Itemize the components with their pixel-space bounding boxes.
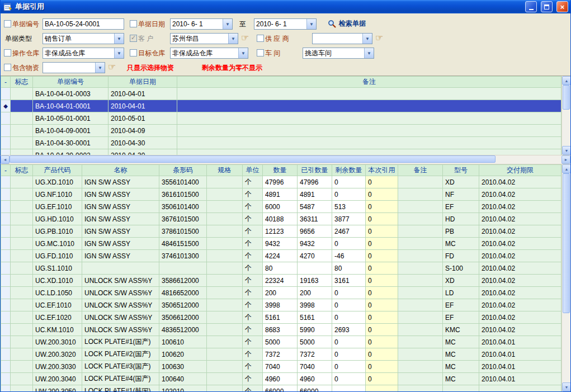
cell[interactable]	[11, 324, 33, 336]
item-table-row[interactable]: UG.HD.1010IGN S/W ASSY3676101500个4018836…	[1, 213, 561, 225]
cell[interactable]	[11, 287, 33, 299]
cell[interactable]	[1, 112, 11, 125]
doc-table-row[interactable]: BA-10-04-30-00012010-04-30	[1, 137, 561, 149]
item-table-row[interactable]: UG.MC.1010IGN S/W ASSY4846151500个9432943…	[1, 238, 561, 250]
cell[interactable]: 2010.04.02	[479, 311, 561, 324]
cell[interactable]: UG.NF.1010	[33, 188, 82, 201]
cell[interactable]: 0	[366, 275, 398, 287]
cell[interactable]: 0	[332, 373, 366, 385]
cell[interactable]: 2010.04.02	[479, 262, 561, 275]
cell[interactable]	[1, 299, 11, 311]
cell[interactable]	[207, 275, 243, 287]
cell[interactable]	[11, 299, 33, 311]
cell[interactable]: IGN S/W ASSY	[82, 188, 159, 201]
cell[interactable]: 513	[332, 201, 366, 213]
cell[interactable]: FD	[443, 250, 479, 262]
supplier-select[interactable]: ▼	[312, 33, 372, 44]
cell[interactable]: 0	[332, 287, 366, 299]
column-header[interactable]: -	[1, 77, 11, 88]
column-header[interactable]: 剩余数量	[332, 165, 366, 176]
cell[interactable]: -46	[332, 250, 366, 262]
search-docs-button[interactable]: 检索单据	[328, 19, 366, 29]
scroll-up-icon[interactable]: ▲	[562, 164, 570, 173]
cell[interactable]: 2010-04-09	[108, 125, 177, 137]
date-from-select[interactable]: 2010- 6- 1 ▼	[170, 18, 233, 30]
scroll-up-icon[interactable]: ▲	[562, 76, 570, 85]
cell[interactable]: 2693	[332, 324, 366, 336]
cell[interactable]: 3786101500	[159, 225, 207, 238]
cell[interactable]: PB	[443, 225, 479, 238]
column-header[interactable]: 产品代码	[33, 165, 82, 176]
cell[interactable]: 0	[366, 262, 398, 275]
cell[interactable]: 2010.04.02	[479, 176, 561, 188]
column-header[interactable]: 本次引用	[366, 165, 398, 176]
cell[interactable]	[1, 149, 11, 155]
cell[interactable]: 200	[298, 287, 332, 299]
cell[interactable]	[11, 188, 33, 201]
cell[interactable]	[1, 188, 11, 201]
cell[interactable]: XD	[443, 176, 479, 188]
cell[interactable]	[398, 361, 443, 373]
cell[interactable]	[207, 311, 243, 324]
scrollbar-thumb[interactable]	[563, 173, 570, 313]
scrollbar-thumb[interactable]	[563, 85, 570, 110]
cell[interactable]: UG.MC.1010	[33, 238, 82, 250]
cell[interactable]: 3877	[332, 213, 366, 225]
cell[interactable]: 2010-04-01	[108, 88, 177, 100]
cell[interactable]	[207, 225, 243, 238]
cell[interactable]: 0	[332, 299, 366, 311]
cell[interactable]	[1, 125, 11, 137]
cell[interactable]	[11, 176, 33, 188]
cell[interactable]	[398, 238, 443, 250]
cell[interactable]: 100610	[159, 336, 207, 348]
cell[interactable]: 2010.04.02	[479, 250, 561, 262]
cell[interactable]: 9432	[263, 238, 298, 250]
cell[interactable]: LD	[443, 287, 479, 299]
cell[interactable]: IGN S/W ASSY	[82, 238, 159, 250]
cell[interactable]: 200	[263, 287, 298, 299]
op-warehouse-checkbox[interactable]	[4, 49, 11, 56]
cell[interactable]: 40188	[263, 213, 298, 225]
cell[interactable]	[1, 137, 11, 149]
cell[interactable]	[177, 137, 561, 149]
cell[interactable]: 22324	[263, 275, 298, 287]
scrollbar-thumb[interactable]	[10, 155, 496, 163]
cell[interactable]: 0	[332, 188, 366, 201]
column-header[interactable]: 条形码	[159, 165, 207, 176]
cell[interactable]: EF	[443, 201, 479, 213]
doc-no-input[interactable]	[43, 18, 124, 30]
cell[interactable]	[207, 336, 243, 348]
chevron-down-icon[interactable]: ▼	[228, 34, 238, 44]
scrollbar-track[interactable]	[10, 155, 561, 164]
cell[interactable]: NF	[443, 188, 479, 201]
cell[interactable]: UW.200.3050	[33, 385, 82, 392]
cell[interactable]	[11, 201, 33, 213]
cell[interactable]: UC.LD.1050	[33, 287, 82, 299]
cell[interactable]: 2010.04.02	[479, 225, 561, 238]
minimize-button[interactable]	[525, 1, 537, 12]
target-warehouse-select[interactable]: 非保成品仓库 ▼	[170, 48, 248, 59]
cell[interactable]: 7040	[298, 361, 332, 373]
cell[interactable]	[177, 112, 561, 125]
cell[interactable]: 4816652000	[159, 287, 207, 299]
cell[interactable]	[298, 262, 332, 275]
cell[interactable]	[207, 213, 243, 225]
cell[interactable]: 2010.04.02	[479, 188, 561, 201]
cell[interactable]	[207, 250, 243, 262]
cell[interactable]	[207, 287, 243, 299]
column-header[interactable]: 型号	[443, 165, 479, 176]
cell[interactable]: UG.XD.1010	[33, 176, 82, 188]
cell[interactable]	[11, 262, 33, 275]
cell[interactable]	[398, 385, 443, 392]
material-checkbox[interactable]	[4, 64, 11, 71]
cell[interactable]: 102010	[159, 385, 207, 392]
cell[interactable]: 0	[366, 373, 398, 385]
cell[interactable]: 66000	[263, 385, 298, 392]
supplier-browse-icon[interactable]	[375, 34, 389, 43]
cell[interactable]: 个	[243, 348, 263, 361]
cell[interactable]: UG.HD.1010	[33, 213, 82, 225]
cell[interactable]: 2467	[332, 225, 366, 238]
cell[interactable]: UNLOCK S/W ASS%Y	[82, 324, 159, 336]
cell[interactable]	[207, 373, 243, 385]
cell[interactable]	[1, 176, 11, 188]
